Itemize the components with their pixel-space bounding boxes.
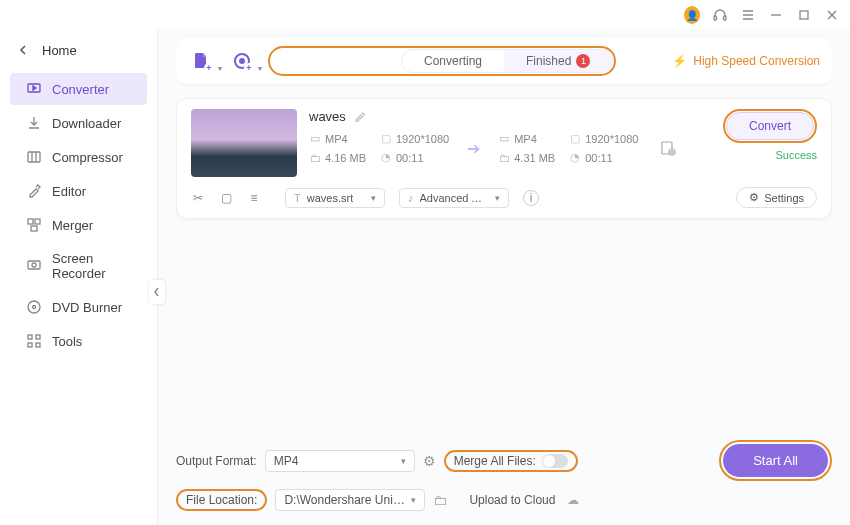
file-name: waves xyxy=(309,109,346,124)
tab-label: Finished xyxy=(526,54,571,68)
bottom-bar: Output Format: MP4 ▾ ⚙ Merge All Files: … xyxy=(176,432,832,525)
merger-icon xyxy=(26,217,42,233)
sidebar: Home Converter Downloader Compressor Edi… xyxy=(0,30,158,525)
sidebar-item-compressor[interactable]: Compressor xyxy=(10,141,147,173)
sidebar-item-label: Compressor xyxy=(52,150,123,165)
settings-button[interactable]: ⚙ Settings xyxy=(736,187,817,208)
sidebar-item-label: Merger xyxy=(52,218,93,233)
minimize-button[interactable] xyxy=(768,7,784,23)
effect-icon[interactable]: ≡ xyxy=(247,191,261,205)
titlebar: 👤 xyxy=(0,0,850,30)
sidebar-item-dvd-burner[interactable]: DVD Burner xyxy=(10,291,147,323)
audio-icon: ♪ xyxy=(408,192,414,204)
video-thumbnail[interactable] xyxy=(191,109,297,177)
subtitle-value: waves.srt xyxy=(307,192,353,204)
upload-cloud-label: Upload to Cloud xyxy=(469,493,555,507)
tab-finished[interactable]: Finished1 xyxy=(504,50,612,72)
tab-highlight-ring: Converting Finished1 xyxy=(268,46,616,76)
sidebar-item-tools[interactable]: Tools xyxy=(10,325,147,357)
convert-button[interactable]: Convert xyxy=(726,112,814,140)
info-icon[interactable]: i xyxy=(523,190,539,206)
headset-icon[interactable] xyxy=(712,7,728,23)
status-tabs: Converting Finished1 xyxy=(401,49,613,73)
compressor-icon xyxy=(26,149,42,165)
svg-rect-11 xyxy=(28,152,40,162)
sidebar-item-label: DVD Burner xyxy=(52,300,122,315)
merge-label: Merge All Files: xyxy=(454,454,536,468)
output-settings-icon[interactable] xyxy=(660,140,676,156)
tab-label: Converting xyxy=(424,54,482,68)
target-specs: ▭MP4 ▢1920*1080 🗀4.31 MB ◔00:11 xyxy=(498,132,638,164)
svg-rect-16 xyxy=(31,226,37,231)
sidebar-item-label: Editor xyxy=(52,184,86,199)
start-all-button[interactable]: Start All xyxy=(723,444,828,477)
sidebar-collapse-button[interactable] xyxy=(149,280,165,304)
home-link[interactable]: Home xyxy=(0,36,157,72)
gear-icon: ⚙ xyxy=(749,191,759,204)
svg-point-19 xyxy=(28,301,40,313)
tab-converting[interactable]: Converting xyxy=(402,50,504,72)
subtitle-icon: T xyxy=(294,192,301,204)
svg-rect-6 xyxy=(800,11,808,19)
video-icon: ▭ xyxy=(498,132,510,145)
open-folder-icon[interactable]: 🗀 xyxy=(433,492,447,508)
sidebar-item-label: Converter xyxy=(52,82,109,97)
avatar[interactable]: 👤 xyxy=(684,7,700,23)
audio-select[interactable]: ♪ Advanced Audi... ▾ xyxy=(399,188,509,208)
high-speed-button[interactable]: ⚡ High Speed Conversion xyxy=(672,54,820,68)
svg-point-18 xyxy=(32,263,36,267)
add-file-button[interactable]: + ▾ xyxy=(188,47,216,75)
file-location-select[interactable]: D:\Wondershare UniConverter 1 ▾ xyxy=(275,489,425,511)
output-format-value: MP4 xyxy=(274,454,299,468)
sidebar-item-merger[interactable]: Merger xyxy=(10,209,147,241)
bolt-icon: ⚡ xyxy=(672,54,687,68)
trim-icon[interactable]: ✂ xyxy=(191,191,205,205)
finished-count-badge: 1 xyxy=(576,54,590,68)
svg-rect-22 xyxy=(36,335,40,339)
sidebar-item-label: Downloader xyxy=(52,116,121,131)
cloud-icon[interactable]: ☁ xyxy=(567,493,579,507)
add-dvd-button[interactable]: + ▾ xyxy=(228,47,256,75)
arrow-icon: ➔ xyxy=(467,139,480,158)
resolution-icon: ▢ xyxy=(569,132,581,145)
duration-icon: ◔ xyxy=(380,151,392,164)
duration-icon: ◔ xyxy=(569,151,581,164)
main-panel: + ▾ + ▾ Converting Finished1 ⚡ High Spee… xyxy=(158,30,850,525)
sidebar-item-screen-recorder[interactable]: Screen Recorder xyxy=(10,243,147,289)
close-button[interactable] xyxy=(824,7,840,23)
svg-rect-21 xyxy=(28,335,32,339)
subtitle-select[interactable]: T waves.srt ▾ xyxy=(285,188,385,208)
user-icon: 👤 xyxy=(684,6,700,24)
svg-rect-17 xyxy=(28,261,40,269)
sidebar-item-converter[interactable]: Converter xyxy=(10,73,147,105)
back-icon xyxy=(16,42,32,58)
output-format-select[interactable]: MP4 ▾ xyxy=(265,450,415,472)
maximize-button[interactable] xyxy=(796,7,812,23)
settings-label: Settings xyxy=(764,192,804,204)
file-location-value: D:\Wondershare UniConverter 1 xyxy=(284,493,411,507)
sidebar-item-label: Tools xyxy=(52,334,82,349)
format-settings-icon[interactable]: ⚙ xyxy=(423,453,436,469)
size-icon: 🗀 xyxy=(498,152,510,164)
source-specs: ▭MP4 ▢1920*1080 🗀4.16 MB ◔00:11 xyxy=(309,132,449,164)
svg-rect-23 xyxy=(28,343,32,347)
convert-highlight-ring: Convert xyxy=(723,109,817,143)
file-location-label: File Location: xyxy=(176,489,267,511)
download-icon xyxy=(26,115,42,131)
crop-icon[interactable]: ▢ xyxy=(219,191,233,205)
svg-rect-0 xyxy=(714,16,717,20)
rename-icon[interactable] xyxy=(354,111,366,123)
start-highlight-ring: Start All xyxy=(719,440,832,481)
merge-highlight-ring: Merge All Files: xyxy=(444,450,578,472)
svg-point-29 xyxy=(671,151,673,153)
home-label: Home xyxy=(42,43,77,58)
merge-toggle[interactable] xyxy=(542,454,568,468)
video-icon: ▭ xyxy=(309,132,321,145)
svg-rect-24 xyxy=(36,343,40,347)
sidebar-item-editor[interactable]: Editor xyxy=(10,175,147,207)
output-format-label: Output Format: xyxy=(176,454,257,468)
sidebar-item-downloader[interactable]: Downloader xyxy=(10,107,147,139)
svg-marker-10 xyxy=(33,86,36,90)
menu-icon[interactable] xyxy=(740,7,756,23)
status-label: Success xyxy=(775,149,817,161)
